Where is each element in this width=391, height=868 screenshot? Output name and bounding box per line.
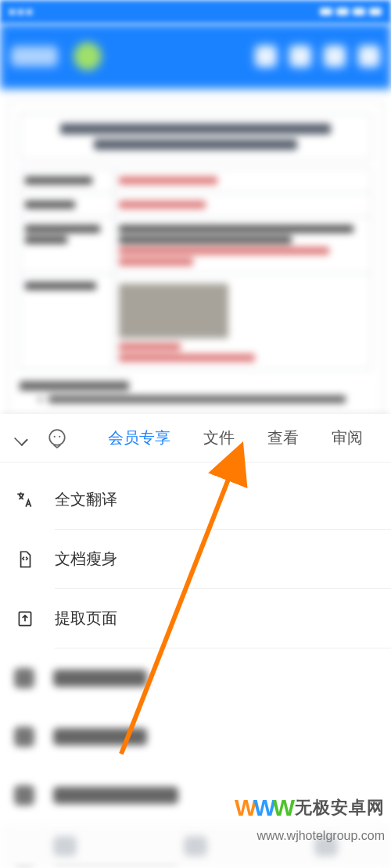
tool-compress[interactable]: 文档瘦身 (0, 530, 391, 588)
tool-item-blurred[interactable] (0, 648, 391, 707)
translate-icon (14, 489, 36, 511)
tool-list: 全文翻译 文档瘦身 提取页面 (0, 463, 391, 868)
tool-extract-pages[interactable]: 提取页面 (0, 589, 391, 648)
toolbar-tabs-row: 会员专享 文件 查看 审阅 (0, 414, 391, 463)
system-nav-bar (0, 824, 391, 868)
compress-icon (14, 548, 36, 570)
tab-review[interactable]: 审阅 (332, 427, 363, 448)
bottom-sheet: 会员专享 文件 查看 审阅 全文翻译 文档瘦身 (0, 414, 391, 868)
tool-label: 文档瘦身 (55, 548, 377, 570)
tab-file[interactable]: 文件 (203, 427, 235, 448)
tool-label: 提取页面 (55, 608, 377, 629)
tool-item-blurred[interactable] (0, 707, 391, 766)
assistant-icon[interactable] (47, 428, 67, 448)
svg-point-0 (49, 430, 65, 445)
svg-point-2 (59, 435, 60, 437)
tool-translate[interactable]: 全文翻译 (0, 470, 391, 529)
svg-point-1 (54, 435, 56, 437)
app-header (0, 23, 391, 89)
status-bar (0, 0, 391, 23)
collapse-icon[interactable] (14, 430, 30, 446)
tool-label: 全文翻译 (55, 489, 377, 510)
tab-view[interactable]: 查看 (267, 427, 299, 448)
tool-item-blurred[interactable] (0, 766, 391, 824)
tab-vip[interactable]: 会员专享 (108, 427, 170, 448)
document-preview (0, 89, 391, 416)
extract-icon (14, 608, 36, 630)
